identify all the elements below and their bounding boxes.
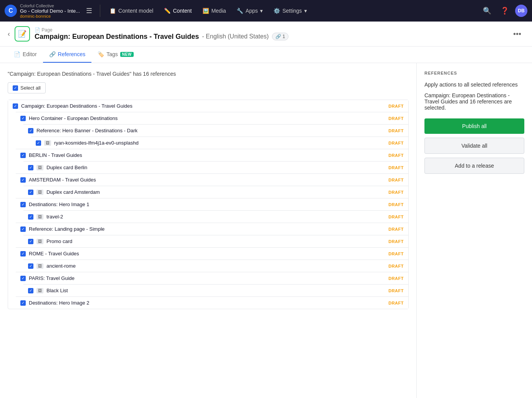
- ref-name-hero-banner: Reference: Hero Banner - Destinations - …: [36, 128, 138, 133]
- checkbox-hero-banner[interactable]: [28, 128, 33, 133]
- content-model-icon: 📋: [109, 8, 116, 14]
- checkbox-ancient-rome[interactable]: [28, 263, 33, 269]
- ref-item-amsterdam: AMSTERDAM - Travel Guides DRAFT 🖼: [16, 173, 408, 198]
- entry-header: ‹ 📝 📄 Page Campaign: European Destinatio…: [0, 22, 532, 47]
- ref-item-paris: PARIS: Travel Guide DRAFT 🖼 Blac: [16, 272, 408, 296]
- nav-item-media[interactable]: 🖼️ Media: [198, 5, 230, 16]
- editor-icon: 📄: [14, 51, 20, 57]
- ref-item-rome: ROME - Travel Guides DRAFT 🖼 anc: [16, 247, 408, 272]
- ref-item-destinations-hero-1: Destinations: Hero Image 1 DRAFT 🖼: [16, 198, 408, 223]
- refs-count-text: "Campaign: European Destinations - Trave…: [8, 71, 409, 77]
- checkbox-promo-card[interactable]: [28, 239, 33, 244]
- ref-children-campaign: Hero Container - European Destinations D…: [8, 112, 408, 309]
- nav-menu-button[interactable]: ☰: [83, 5, 95, 17]
- ref-status-campaign-root: DRAFT: [388, 104, 404, 108]
- ref-name-campaign-root: Campaign: European Destinations - Travel…: [21, 103, 133, 109]
- avatar[interactable]: DB: [515, 5, 527, 17]
- ref-item-ryan-kosmides: 🖼 ryan-kosmides-lfm4j1a-ev0-unsplashd DR…: [31, 137, 408, 149]
- checkbox-travel-2[interactable]: [28, 214, 33, 220]
- ref-name-rome: ROME - Travel Guides: [29, 251, 79, 256]
- checkbox-duplex-berlin[interactable]: [28, 165, 33, 170]
- ref-item-berlin: BERLIN - Travel Guides DRAFT 🖼 D: [16, 149, 408, 173]
- ref-status-hero-container: DRAFT: [388, 116, 404, 121]
- checkbox-ryan-kosmides[interactable]: [36, 140, 41, 146]
- checkbox-amsterdam[interactable]: [20, 177, 26, 183]
- ref-status-ryan-kosmides: DRAFT: [388, 141, 404, 145]
- checkbox-black-list[interactable]: [28, 288, 33, 293]
- checkbox-duplex-amsterdam[interactable]: [28, 190, 33, 195]
- tag-icon: 🏷️: [98, 51, 104, 57]
- ref-name-destinations-hero-1: Destinations: Hero Image 1: [29, 201, 89, 207]
- ref-name-paris: PARIS: Travel Guide: [29, 275, 75, 281]
- ref-item-duplex-amsterdam: 🖼 Duplex card Amsterdam DRAFT: [23, 186, 408, 198]
- ref-name-ryan-kosmides: ryan-kosmides-lfm4j1a-ev0-unsplashd: [54, 140, 139, 146]
- search-button[interactable]: 🔍: [480, 5, 494, 17]
- ref-name-duplex-berlin: Duplex card Berlin: [46, 165, 87, 170]
- apps-dropdown-icon: ▾: [260, 8, 263, 14]
- entry-title: Campaign: European Destinations - Travel…: [35, 33, 199, 41]
- ref-status-destinations-hero-2: DRAFT: [388, 301, 404, 305]
- validate-all-button[interactable]: Validate all: [424, 138, 524, 154]
- nav-item-apps[interactable]: 🔧 Apps ▾: [232, 5, 267, 16]
- tab-tags[interactable]: 🏷️ Tags NEW: [91, 47, 139, 63]
- content-area: ‹ 📝 📄 Page Campaign: European Destinatio…: [0, 22, 532, 398]
- sidebar-apply-text: Apply actions to all selected references: [424, 82, 524, 88]
- ref-status-hero-banner: DRAFT: [388, 128, 404, 133]
- publish-all-button[interactable]: Publish all: [424, 118, 524, 134]
- main-split: "Campaign: European Destinations - Trave…: [0, 63, 532, 398]
- select-all-row: Select all: [8, 82, 409, 93]
- nav-org: Colorful Collective: [20, 3, 80, 8]
- ref-status-duplex-berlin: DRAFT: [388, 165, 404, 170]
- nav-user: dominic-bonnice: [20, 14, 80, 18]
- tab-editor[interactable]: 📄 Editor: [8, 47, 43, 63]
- entry-more-button[interactable]: •••: [510, 28, 524, 40]
- ref-item-hero-banner: Reference: Hero Banner - Destinations - …: [23, 124, 408, 149]
- checkbox-destinations-hero-2[interactable]: [20, 300, 26, 306]
- checkbox-paris[interactable]: [20, 276, 26, 281]
- ref-status-promo-card: DRAFT: [388, 239, 404, 244]
- top-nav: C Colorful Collective Go - Colorful Demo…: [0, 0, 532, 22]
- ref-status-berlin: DRAFT: [388, 153, 404, 158]
- nav-item-content[interactable]: ✏️ Content: [159, 5, 196, 16]
- ref-name-hero-container: Hero Container - European Destinations: [29, 115, 118, 121]
- ref-item-destinations-hero-2: Destinations: Hero Image 2 DRAFT: [16, 296, 408, 309]
- tab-references[interactable]: 🔗 References: [43, 47, 92, 63]
- ref-status-duplex-amsterdam: DRAFT: [388, 190, 404, 195]
- nav-project: Go - Colorful Demo - Inte...: [20, 8, 80, 14]
- ref-name-travel-2: travel-2: [46, 214, 63, 220]
- back-button[interactable]: ‹: [8, 30, 10, 38]
- ref-item-ancient-rome: 🖼 ancient-rome DRAFT: [23, 260, 408, 272]
- image-icon-black-list: 🖼: [36, 288, 43, 293]
- checkbox-hero-container[interactable]: [20, 116, 26, 121]
- checkbox-rome[interactable]: [20, 251, 26, 256]
- nav-items: 📋 Content model ✏️ Content 🖼️ Media 🔧 Ap…: [105, 5, 477, 16]
- nav-brand: C Colorful Collective Go - Colorful Demo…: [5, 3, 95, 18]
- nav-item-settings[interactable]: ⚙️ Settings ▾: [269, 5, 312, 16]
- ref-name-ancient-rome: ancient-rome: [46, 263, 76, 269]
- select-all-checkbox[interactable]: [13, 85, 18, 91]
- nav-item-content-model[interactable]: 📋 Content model: [105, 5, 158, 16]
- add-to-release-button[interactable]: Add to a release: [424, 158, 524, 174]
- sidebar-selected-text: Campaign: European Destinations - Travel…: [424, 92, 524, 111]
- right-sidebar: REFERENCES Apply actions to all selected…: [417, 63, 532, 398]
- ref-item-black-list: 🖼 Black List DRAFT: [23, 284, 408, 296]
- references-panel: "Campaign: European Destinations - Trave…: [0, 63, 417, 398]
- help-button[interactable]: ❓: [497, 5, 512, 17]
- entry-icon: 📝: [15, 26, 30, 42]
- nav-divider: [100, 5, 100, 17]
- checkbox-landing-simple[interactable]: [20, 226, 26, 232]
- image-icon-duplex-amsterdam: 🖼: [36, 190, 43, 195]
- media-icon: 🖼️: [202, 8, 209, 14]
- nav-brand-text: Colorful Collective Go - Colorful Demo -…: [20, 3, 80, 18]
- entry-locale: - English (United States): [202, 33, 268, 40]
- breadcrumb: 📄 Page: [35, 27, 510, 33]
- image-icon-promo-card: 🖼: [36, 239, 43, 244]
- checkbox-destinations-hero-1[interactable]: [20, 202, 26, 207]
- link-icon: 🔗: [275, 34, 281, 39]
- select-all-button[interactable]: Select all: [8, 82, 46, 93]
- checkbox-campaign-root[interactable]: [13, 103, 18, 109]
- ref-row-campaign-root: Campaign: European Destinations - Travel…: [8, 100, 408, 112]
- references-icon: 🔗: [49, 51, 56, 57]
- ref-item-hero-container: Hero Container - European Destinations D…: [16, 112, 408, 149]
- checkbox-berlin[interactable]: [20, 153, 26, 158]
